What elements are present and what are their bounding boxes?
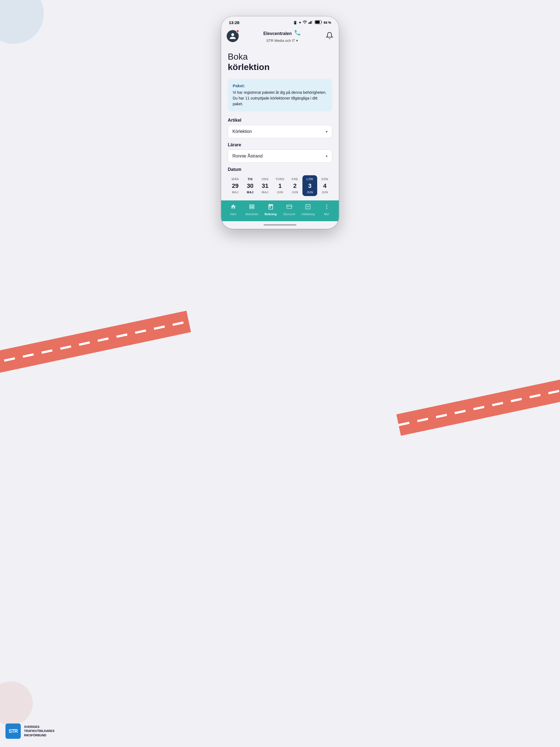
svg-rect-7 (250, 206, 254, 207)
svg-rect-5 (315, 21, 320, 24)
cal-day-num: 1 (278, 182, 282, 189)
status-icons: 📳 ✦ (293, 20, 331, 25)
chart-nav-icon (305, 204, 311, 211)
svg-rect-0 (308, 23, 309, 24)
nav-item-hem[interactable]: Hem (224, 204, 243, 216)
calendar-nav-icon (268, 204, 274, 211)
svg-point-14 (326, 208, 327, 209)
nav-center: Elevcentralen STR Media och IT ▾ (263, 29, 301, 43)
svg-rect-2 (311, 21, 311, 24)
nav-item-utbildning[interactable]: Utbildning (299, 204, 317, 216)
artikel-chevron-icon: ▾ (326, 129, 328, 134)
svg-rect-3 (312, 21, 312, 24)
str-name-line1: SVERIGES (24, 725, 54, 729)
nav-item-mer[interactable]: Mer (317, 204, 336, 216)
svg-rect-1 (309, 22, 310, 24)
calendar-day-4[interactable]: FRE 2 JUN (287, 175, 302, 196)
calendar-row: MÅN 29 MAJ TIS 30 MAJ ONS 31 MAJ TORS 1 … (228, 175, 332, 200)
nav-item-label-3: Ekonomi (284, 212, 295, 216)
nav-item-label-4: Utbildning (301, 212, 315, 216)
brand-name: Elevcentralen (263, 31, 292, 36)
artikel-label: Artikel (228, 118, 332, 123)
larare-select[interactable]: Ronnie Åstrand ▾ (228, 150, 332, 163)
avatar-container[interactable] (227, 30, 239, 42)
nav-item-label-1: Aktiviteter (245, 212, 258, 216)
artikel-value: Körlektion (232, 129, 252, 134)
home-indicator (221, 221, 339, 229)
cal-day-num: 4 (323, 182, 327, 189)
nav-item-ekonomi[interactable]: Ekonomi (280, 204, 299, 216)
page-title-bold: körlektion (228, 62, 332, 72)
cal-day-month: MAJ (262, 190, 269, 194)
svg-rect-9 (287, 205, 292, 208)
artikel-select-display[interactable]: Körlektion ▾ (228, 125, 332, 138)
cal-day-name: TORS (276, 177, 284, 181)
main-content: Boka körlektion Paket: Vi har registrera… (221, 46, 339, 200)
page-title-container: Boka körlektion (228, 51, 332, 73)
cal-day-name: LÖR (307, 177, 313, 181)
cal-day-month: JUN (277, 190, 283, 194)
svg-rect-6 (250, 205, 254, 206)
str-abbrev: STR (9, 728, 18, 734)
calendar-day-2[interactable]: ONS 31 MAJ (258, 175, 273, 196)
info-box: Paket: Vi har registrerat paketet åt dig… (228, 79, 332, 111)
home-indicator-bar (263, 224, 297, 226)
wifi-icon (303, 21, 307, 25)
str-name-block: SVERIGES TRAFIKUTBILDARES RIKSFÖRBUND (24, 725, 54, 738)
nav-subtitle[interactable]: STR Media och IT ▾ (266, 38, 298, 43)
datum-group: Datum MÅN 29 MAJ TIS 30 MAJ ONS 31 MAJ T… (228, 167, 332, 200)
cal-day-num: 29 (232, 182, 238, 189)
battery-percent: 64 % (324, 21, 331, 25)
road-stripe-1 (0, 311, 191, 383)
svg-rect-8 (250, 208, 254, 209)
home-nav-icon (230, 204, 236, 211)
cal-day-name: SÖN (321, 177, 328, 181)
calendar-day-0[interactable]: MÅN 29 MAJ (228, 175, 243, 196)
user-icon (229, 32, 236, 40)
datum-label: Datum (228, 167, 332, 172)
dots-nav-icon (324, 204, 330, 211)
larare-value: Ronnie Åstrand (232, 154, 262, 159)
bg-decoration-circle-tl (0, 0, 44, 44)
list-nav-icon (249, 204, 255, 211)
cal-day-month: JUN (292, 190, 298, 194)
nav-item-label-0: Hem (230, 212, 236, 216)
bg-decoration-circle-bl (0, 681, 33, 725)
calendar-day-1[interactable]: TIS 30 MAJ (243, 175, 258, 196)
svg-point-12 (326, 205, 327, 206)
subtitle-chevron: ▾ (296, 38, 298, 43)
cal-day-name: ONS (262, 177, 269, 181)
cal-day-name: TIS (248, 177, 253, 181)
signal-icon (308, 21, 313, 25)
bottom-nav: Hem Aktiviteter Bokning Ekonomi Utbildni… (221, 200, 339, 221)
calendar-day-6[interactable]: SÖN 4 JUN (317, 175, 332, 196)
artikel-select[interactable]: Körlektion ▾ (228, 125, 332, 138)
nav-item-bokning[interactable]: Bokning (261, 204, 280, 216)
info-box-title: Paket: (233, 83, 327, 88)
cal-day-month: MAJ (247, 190, 254, 194)
calendar-day-3[interactable]: TORS 1 JUN (273, 175, 288, 196)
cal-day-name: MÅN (232, 177, 239, 181)
status-bar: 13:28 📳 ✦ (221, 17, 339, 27)
nav-item-label-5: Mer (324, 212, 329, 216)
info-box-text: Vi har registrerat paketet åt dig på den… (233, 90, 327, 107)
calendar-day-5[interactable]: LÖR 3 JUN (302, 175, 317, 196)
phone-frame: 13:28 📳 ✦ (221, 17, 339, 229)
larare-label: Lärare (228, 143, 332, 147)
larare-group: Lärare Ronnie Åstrand ▾ (228, 143, 332, 163)
cal-day-num: 31 (262, 182, 268, 189)
notification-bell[interactable] (326, 32, 333, 41)
cal-day-num: 3 (308, 182, 311, 189)
larare-select-display[interactable]: Ronnie Åstrand ▾ (228, 150, 332, 162)
cal-day-num: 30 (247, 182, 253, 189)
phone-icon (294, 29, 301, 38)
larare-chevron-icon: ▾ (326, 154, 328, 158)
status-time: 13:28 (229, 20, 239, 25)
cal-day-name: FRE (292, 177, 298, 181)
cal-day-month: JUN (307, 190, 313, 194)
avatar-notification-badge (236, 29, 239, 33)
card-nav-icon (286, 204, 292, 211)
nav-item-aktiviteter[interactable]: Aktiviteter (243, 204, 261, 216)
artikel-group: Artikel Körlektion ▾ (228, 118, 332, 138)
vibrate-icon: 📳 (293, 21, 297, 25)
